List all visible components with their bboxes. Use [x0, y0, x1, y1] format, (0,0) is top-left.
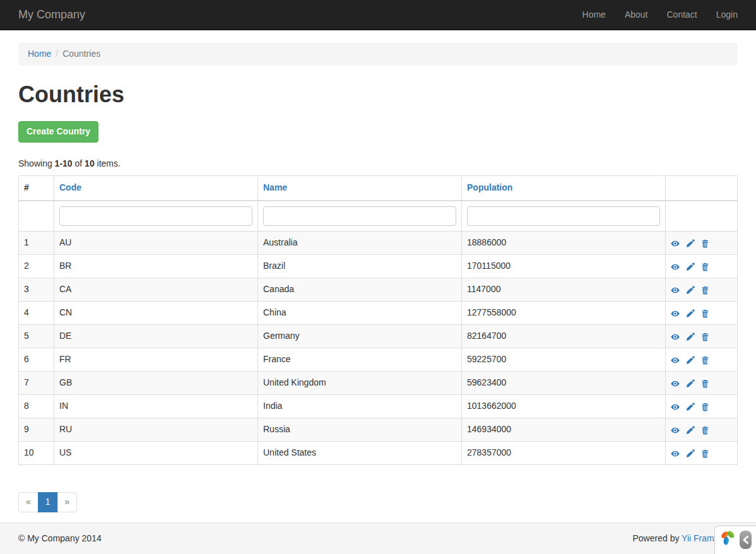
update-button[interactable]	[686, 448, 695, 457]
view-button[interactable]	[671, 378, 680, 387]
nav-item-login[interactable]: Login	[707, 0, 738, 30]
eye-icon	[671, 403, 680, 411]
view-button[interactable]	[671, 401, 680, 411]
view-button[interactable]	[671, 331, 680, 341]
row-index: 1	[19, 232, 54, 255]
yii-logo-icon[interactable]	[719, 529, 736, 550]
row-actions	[666, 278, 738, 302]
delete-button[interactable]	[701, 401, 709, 411]
delete-button[interactable]	[701, 261, 709, 271]
row-name: United Kingdom	[258, 372, 462, 395]
page-title: Countries	[18, 78, 738, 110]
row-name: Brazil	[258, 255, 462, 278]
pagination-prev-button[interactable]: «	[18, 492, 38, 512]
summary-total: 10	[85, 158, 95, 168]
pencil-icon	[686, 403, 695, 411]
population-filter-input[interactable]	[467, 206, 660, 226]
update-button[interactable]	[686, 308, 695, 317]
row-population: 59225700	[462, 348, 666, 372]
delete-button[interactable]	[701, 425, 709, 434]
eye-icon	[671, 333, 680, 341]
footer: © My Company 2014 Powered by Yii Framewo…	[0, 522, 756, 554]
trash-icon	[701, 309, 709, 318]
pencil-icon	[686, 449, 695, 458]
breadcrumb-home-link[interactable]: Home	[28, 49, 51, 59]
view-button[interactable]	[671, 448, 680, 457]
view-button[interactable]	[671, 261, 680, 271]
nav-item-about[interactable]: About	[615, 0, 658, 30]
column-header-actions	[666, 176, 738, 201]
delete-button[interactable]	[701, 238, 709, 247]
update-button[interactable]	[686, 425, 695, 434]
delete-button[interactable]	[701, 285, 709, 294]
row-actions	[666, 255, 738, 278]
row-code: DE	[54, 325, 258, 348]
update-button[interactable]	[686, 285, 695, 294]
view-button[interactable]	[671, 308, 680, 317]
update-button[interactable]	[686, 331, 695, 341]
delete-button[interactable]	[701, 378, 709, 387]
trash-icon	[701, 379, 709, 388]
update-button[interactable]	[686, 355, 695, 364]
column-header-name[interactable]: Name	[263, 182, 287, 192]
row-name: United States	[258, 442, 462, 465]
footer-copyright: © My Company 2014	[18, 533, 102, 545]
code-filter-input[interactable]	[59, 206, 252, 226]
debug-collapse-button[interactable]	[740, 531, 752, 549]
pencil-icon	[686, 262, 695, 271]
table-row: 3 CA Canada 1147000	[19, 278, 738, 302]
view-button[interactable]	[671, 355, 680, 364]
row-index: 5	[19, 325, 54, 348]
column-header-population[interactable]: Population	[467, 182, 512, 192]
view-button[interactable]	[671, 238, 680, 247]
pagination-page-1[interactable]: 1	[38, 492, 58, 512]
row-population: 146934000	[462, 418, 666, 442]
row-name: Germany	[258, 325, 462, 348]
pencil-icon	[686, 286, 695, 295]
trash-icon	[701, 426, 709, 435]
brand-link[interactable]: My Company	[18, 0, 85, 30]
filter-row	[19, 201, 738, 232]
breadcrumb: Home / Countries	[18, 43, 738, 66]
row-name: Russia	[258, 418, 462, 442]
table-row: 9 RU Russia 146934000	[19, 418, 738, 442]
navbar: My Company Home About Contact Login	[0, 0, 756, 30]
delete-button[interactable]	[701, 331, 709, 341]
trash-icon	[701, 356, 709, 365]
table-row: 8 IN India 1013662000	[19, 395, 738, 418]
delete-button[interactable]	[701, 448, 709, 457]
column-header-code[interactable]: Code	[59, 182, 81, 192]
table-row: 2 BR Brazil 170115000	[19, 255, 738, 278]
row-code: AU	[54, 232, 258, 255]
view-button[interactable]	[671, 285, 680, 294]
update-button[interactable]	[686, 378, 695, 387]
view-button[interactable]	[671, 425, 680, 434]
row-actions	[666, 372, 738, 395]
main-content: Home / Countries Countries Create Countr…	[9, 43, 747, 512]
row-index: 8	[19, 395, 54, 418]
delete-button[interactable]	[701, 308, 709, 317]
pagination-next-button[interactable]: »	[57, 492, 78, 512]
filter-cell-actions	[666, 201, 738, 232]
nav-item-home[interactable]: Home	[573, 0, 615, 30]
row-name: France	[258, 348, 462, 372]
row-code: CA	[54, 278, 258, 302]
delete-button[interactable]	[701, 355, 709, 364]
create-country-button[interactable]: Create Country	[18, 121, 98, 143]
row-name: Canada	[258, 278, 462, 302]
update-button[interactable]	[686, 401, 695, 411]
row-index: 10	[19, 442, 54, 465]
update-button[interactable]	[686, 261, 695, 271]
trash-icon	[701, 239, 709, 248]
nav-item-contact[interactable]: Contact	[657, 0, 706, 30]
eye-icon	[671, 379, 680, 388]
update-button[interactable]	[686, 238, 695, 247]
summary-of: of	[73, 158, 85, 168]
row-actions	[666, 418, 738, 442]
row-actions	[666, 395, 738, 418]
name-filter-input[interactable]	[263, 206, 456, 226]
row-population: 59623400	[462, 372, 666, 395]
row-population: 1147000	[462, 278, 666, 302]
row-name: India	[258, 395, 462, 418]
pencil-icon	[686, 356, 695, 365]
